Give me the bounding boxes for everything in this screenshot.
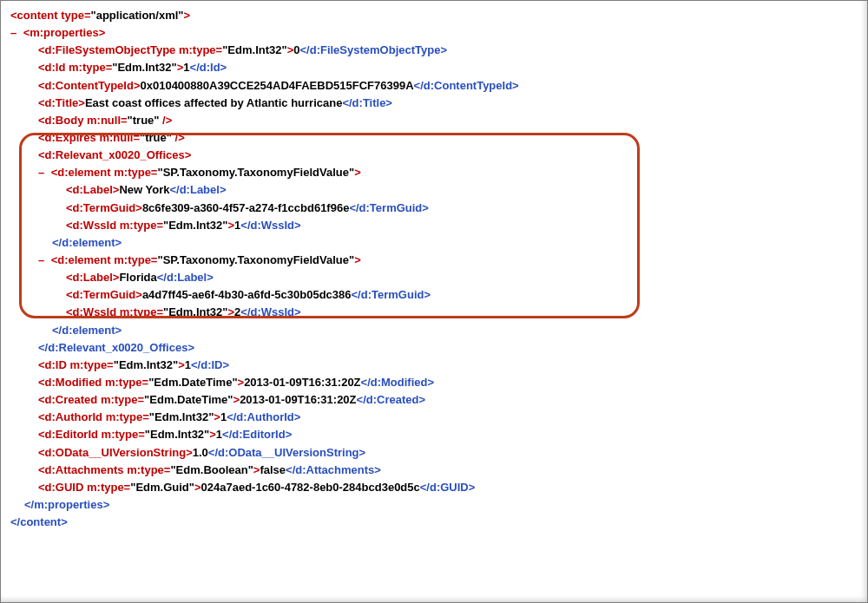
d-relevant-offices-open: <d:Relevant_x0020_Offices>: [10, 147, 858, 164]
attrval: Edm.Guid: [135, 481, 188, 494]
attrval: Edm.Int32: [155, 410, 208, 423]
d-element-close-0: </d:element>: [10, 234, 858, 252]
attrval: Edm.Boolean: [176, 463, 248, 476]
d-filesystemobjecttype: <d:FileSystemObjectType m:type="Edm.Int3…: [10, 42, 858, 59]
tagname: d:Relevant_x0020_Offices: [48, 341, 187, 354]
attrval: SP.Taxonomy.TaxonomyFieldValue: [163, 253, 349, 266]
d-body: <d:Body m:null="true" />: [10, 112, 858, 129]
mproperties-open[interactable]: – <m:properties>: [10, 24, 858, 42]
content-open: <content type="application/xml">: [10, 7, 858, 24]
d-title: <d:Title>East coast offices affected by …: [10, 95, 858, 112]
value: 1.0: [193, 446, 208, 459]
d-editorid: <d:EditorId m:type="Edm.Int32">1</d:Edit…: [10, 426, 858, 443]
d-uiversion: <d:OData__UIVersionString>1.0</d:OData__…: [10, 444, 858, 462]
d-guid: <d:GUID m:type="Edm.Guid">024a7aed-1c60-…: [10, 479, 858, 496]
value: 1: [185, 358, 191, 371]
content-type-val: application/xml: [96, 9, 179, 22]
attrval: Edm.Int32: [117, 61, 171, 74]
d-expires: <d:Expires m:null="true" />: [10, 129, 858, 147]
d-attachments: <d:Attachments m:type="Edm.Boolean">fals…: [10, 462, 858, 479]
value: 1: [216, 428, 222, 441]
value: 2013-01-09T16:31:20Z: [240, 393, 356, 406]
attrval: true: [145, 131, 167, 144]
value: 024a7aed-1c60-4782-8eb0-284bcd3e0d5c: [201, 481, 420, 494]
d-modified: <d:Modified m:type="Edm.DateTime">2013-0…: [10, 374, 858, 391]
attrval: Edm.Int32: [150, 428, 204, 441]
attrval: SP.Taxonomy.TaxonomyFieldValue: [163, 166, 349, 179]
d-label-1: <d:Label>Florida</d:Label>: [10, 269, 858, 286]
d-wssid-1: <d:WssId m:type="Edm.Int32">2</d:WssId>: [10, 304, 858, 321]
value: Florida: [119, 271, 156, 284]
value: 1: [183, 61, 189, 74]
attrval: Edm.Int32: [168, 305, 222, 318]
d-relevant-offices-close: </d:Relevant_x0020_Offices>: [10, 339, 858, 357]
d-element-open-1[interactable]: – <d:element m:type="SP.Taxonomy.Taxonom…: [10, 252, 858, 269]
d-wssid-0: <d:WssId m:type="Edm.Int32">1</d:WssId>: [10, 217, 858, 234]
d-id: <d:Id m:type="Edm.Int32">1</d:Id>: [10, 59, 858, 76]
d-element-close-1: </d:element>: [10, 322, 858, 339]
attrval: Edm.Int32: [227, 43, 281, 56]
d-label-0: <d:Label>New York</d:Label>: [10, 181, 858, 199]
attrval: Edm.Int32: [168, 219, 222, 232]
d-element-open-0[interactable]: – <d:element m:type="SP.Taxonomy.Taxonom…: [10, 164, 858, 181]
value: 8c6fe309-a360-4f57-a274-f1ccbd61f96e: [142, 201, 350, 214]
attrval: true: [133, 114, 155, 127]
d-created: <d:Created m:type="Edm.DateTime">2013-01…: [10, 391, 858, 409]
collapse-toggle-icon[interactable]: –: [38, 252, 48, 269]
d-termguid-0: <d:TermGuid>8c6fe309-a360-4f57-a274-f1cc…: [10, 200, 858, 217]
value: East coast offices affected by Atlantic …: [85, 96, 342, 109]
attrval: Edm.DateTime: [149, 393, 227, 406]
tagname: d:Relevant_x0020_Offices: [45, 148, 185, 161]
value: a4d7ff45-ae6f-4b30-a6fd-5c30b05dc386: [142, 288, 352, 301]
value: 0x010400880A39CCE254AD4FAEBD515FCF76399A: [140, 79, 413, 92]
mproperties-close: </m:properties>: [10, 496, 858, 514]
content-close-partial: </content>: [10, 514, 858, 531]
value: false: [260, 463, 286, 476]
d-termguid-1: <d:TermGuid>a4d7ff45-ae6f-4b30-a6fd-5c30…: [10, 286, 858, 304]
collapse-toggle-icon[interactable]: –: [38, 164, 48, 181]
attrval: Edm.Int32: [119, 358, 173, 371]
value: New York: [119, 183, 169, 196]
attrval: Edm.DateTime: [154, 376, 232, 389]
d-contenttypeid: <d:ContentTypeId>0x010400880A39CCE254AD4…: [10, 77, 858, 95]
value: 2013-01-09T16:31:20Z: [244, 376, 360, 389]
d-authorid: <d:AuthorId m:type="Edm.Int32">1</d:Auth…: [10, 409, 858, 426]
d-ID: <d:ID m:type="Edm.Int32">1</d:ID>: [10, 357, 858, 374]
collapse-toggle-icon[interactable]: –: [10, 24, 20, 42]
